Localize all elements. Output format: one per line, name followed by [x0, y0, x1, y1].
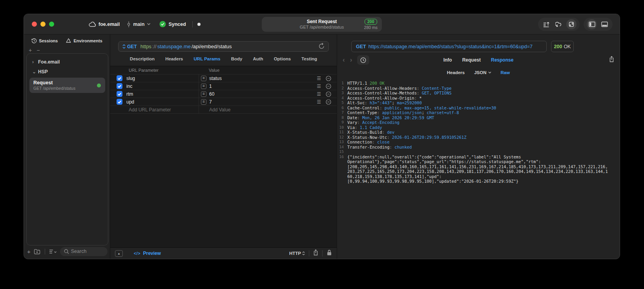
check-icon — [118, 100, 121, 104]
reorder-handle-icon[interactable]: ☰ — [317, 84, 321, 89]
param-value[interactable]: 60 — [209, 91, 214, 97]
request-item-title: Request — [33, 80, 101, 86]
tab-testing[interactable]: Testing — [301, 56, 317, 61]
param-checkbox[interactable] — [117, 91, 122, 97]
toggle-bottom-panel-button[interactable] — [599, 19, 609, 29]
subtab-json[interactable]: JSON — [474, 70, 491, 75]
param-row-upd[interactable]: upd=7☰ — [110, 98, 337, 106]
close-window-button[interactable] — [32, 22, 37, 27]
resend-button[interactable] — [319, 43, 325, 51]
chevron-icon: › — [32, 59, 35, 65]
remove-param-icon[interactable] — [326, 84, 331, 89]
tab-description[interactable]: Description — [130, 56, 155, 61]
param-name[interactable]: rtm — [126, 91, 133, 97]
unsaved-dot-indicator — [197, 23, 201, 26]
sync-pull-button[interactable] — [554, 19, 564, 29]
tab-headers[interactable]: Headers — [165, 56, 183, 61]
new-request-button[interactable]: + — [27, 249, 31, 254]
param-name[interactable]: slug — [126, 76, 135, 81]
equals-icon: = — [201, 91, 206, 97]
code-line: 9Vary: Accept-Encoding — [337, 120, 620, 125]
code-line: 7Content-Type: application/json; charset… — [337, 110, 620, 115]
response-status-box: 200 OK — [551, 41, 574, 52]
param-row-inc[interactable]: inc=1☰ — [110, 82, 337, 90]
tab-info[interactable]: Info — [443, 57, 452, 63]
param-row-slug[interactable]: slug=status☰ — [110, 75, 337, 82]
param-checkbox[interactable] — [117, 83, 122, 89]
sent-request-url[interactable]: GET https://statuspage.me/api/embed/stat… — [351, 41, 547, 52]
sync-status[interactable]: Synced — [159, 21, 186, 27]
tab-options[interactable]: Options — [274, 56, 291, 61]
titlebar-actions — [538, 18, 613, 31]
session-tree: ›Foe.email⌄HSP — [27, 57, 108, 76]
param-value[interactable]: 1 — [209, 84, 212, 89]
reorder-handle-icon[interactable]: ☰ — [317, 91, 321, 97]
param-name[interactable]: inc — [126, 84, 132, 89]
tab-url-params[interactable]: URL Params — [194, 56, 221, 61]
response-nav: ‹ › InfoRequestResponse — [337, 52, 620, 68]
subtab-headers[interactable]: Headers — [447, 70, 465, 75]
add-param-row[interactable]: Add URL Parameter Add Value — [110, 106, 337, 114]
sessions-clock-icon — [31, 38, 37, 44]
param-value[interactable]: status — [209, 76, 222, 81]
zoom-window-button[interactable] — [49, 22, 54, 27]
collapse-panel-button[interactable]: ▲ — [115, 250, 123, 257]
tree-item-hsp[interactable]: ⌄HSP — [27, 67, 108, 76]
reload-icon — [319, 43, 325, 49]
reorder-handle-icon[interactable]: ☰ — [317, 99, 321, 105]
branch-selector[interactable]: main — [127, 21, 151, 27]
minimize-window-button[interactable] — [40, 22, 46, 27]
remove-param-icon[interactable] — [326, 91, 331, 97]
param-value[interactable]: 7 — [209, 99, 212, 105]
preview-button[interactable]: </> Preview — [134, 251, 161, 256]
code-line: 6Cache-Control: public, max-age=15, stal… — [337, 105, 620, 111]
param-checkbox[interactable] — [117, 99, 122, 105]
lock-icon — [327, 249, 332, 256]
remove-param-icon[interactable] — [326, 76, 331, 81]
subtab-raw[interactable]: Raw — [501, 70, 510, 75]
remove-session-button[interactable]: − — [36, 47, 40, 53]
code-line: Operational"},"page":"status","page_url"… — [337, 159, 620, 164]
lock-button[interactable] — [327, 249, 332, 257]
sort-list-icon[interactable] — [49, 249, 57, 254]
chevron-up-down-icon — [122, 44, 126, 49]
request-item-selected[interactable]: Request GET /api/embed/status — [29, 78, 105, 93]
code-line: 60,218,159,138,178,135,173,141],"upd": — [337, 174, 620, 179]
add-session-button[interactable]: + — [29, 47, 32, 53]
environments-icon — [66, 38, 71, 44]
tab-sessions[interactable]: Sessions — [31, 38, 58, 44]
response-raw-view[interactable]: 1HTTP/1.1 200 OK2Access-Control-Allow-He… — [337, 77, 620, 259]
import-export-button[interactable] — [541, 19, 551, 29]
tab-environments[interactable]: Environments — [66, 38, 102, 44]
search-input[interactable]: Search — [60, 247, 108, 256]
method-selector[interactable] — [122, 44, 126, 49]
toggle-sidebar-button[interactable] — [587, 19, 597, 29]
tab-auth[interactable]: Auth — [253, 56, 263, 61]
sent-request-pill[interactable]: Sent Request GET /api/embed/status 200 2… — [262, 17, 382, 32]
project-name: foe.email — [99, 22, 120, 27]
response-pane: GET https://statuspage.me/api/embed/stat… — [337, 35, 620, 259]
tab-body[interactable]: Body — [231, 56, 243, 61]
http-version-selector[interactable]: HTTP — [289, 251, 305, 256]
request-duration: 280 ms — [364, 25, 378, 30]
tab-request[interactable]: Request — [462, 57, 481, 63]
url-bar[interactable]: GET https://statuspage.me/api/embed/stat… — [118, 41, 329, 52]
new-folder-icon[interactable] — [34, 249, 41, 254]
tree-item-foe-email[interactable]: ›Foe.email — [27, 57, 108, 67]
move-to-window-button[interactable] — [566, 19, 576, 29]
reorder-handle-icon[interactable]: ☰ — [317, 76, 321, 81]
project-menu[interactable]: foe.email — [89, 22, 120, 27]
param-name[interactable]: upd — [126, 99, 134, 105]
code-line: 3Access-Control-Allow-Methods: GET, OPTI… — [337, 91, 620, 96]
request-item-subtitle: GET /api/embed/status — [33, 86, 101, 91]
url-host: statuspage.me — [157, 44, 191, 49]
code-line: 2Access-Control-Allow-Headers: Content-T… — [337, 86, 620, 91]
remove-param-icon[interactable] — [326, 99, 331, 105]
tab-response[interactable]: Response — [491, 57, 513, 63]
share-request-button[interactable] — [313, 249, 318, 257]
param-row-rtm[interactable]: rtm=60☰ — [110, 90, 337, 98]
synced-check-icon — [159, 21, 166, 27]
share-icon — [313, 249, 318, 256]
code-line: 10Via: 1.1 Caddy — [337, 125, 620, 130]
param-checkbox[interactable] — [117, 75, 122, 81]
